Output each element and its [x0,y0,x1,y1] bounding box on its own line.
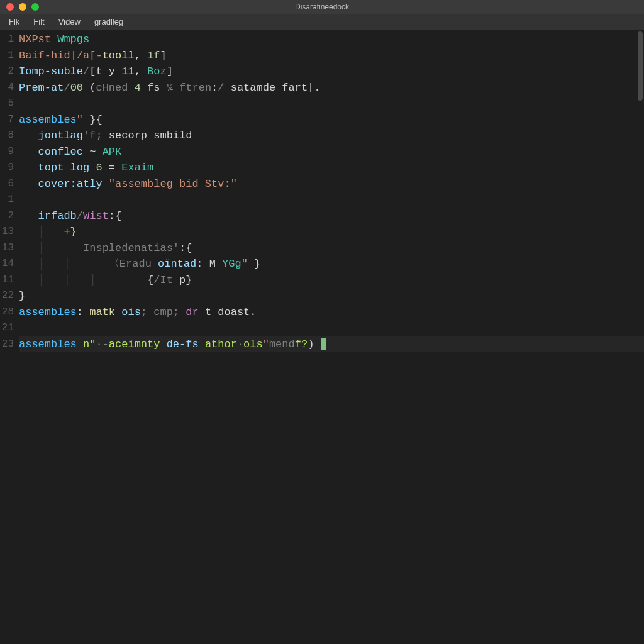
line-number[interactable]: 23 [0,336,14,353]
close-icon[interactable] [6,3,14,11]
code-line[interactable]: │ +} [19,224,644,240]
line-number[interactable]: 4 [0,80,14,96]
line-number[interactable]: 1 [0,48,14,64]
text-cursor [321,338,326,350]
code-line[interactable]: Prem-at/00 (cHned 4 fs ¼ ftren:/ satamde… [19,80,644,96]
menu-filt[interactable]: Filt [27,15,50,28]
code-line[interactable]: jontlag'f; secorp smbild [19,128,644,144]
line-number[interactable]: 2 [0,64,14,80]
scrollbar-track[interactable] [636,30,644,644]
line-number[interactable]: 9 [0,160,14,176]
maximize-icon[interactable] [31,3,39,11]
menu-gradleg[interactable]: gradlleg [88,15,130,28]
line-number[interactable]: 13 [0,240,14,257]
scrollbar-thumb[interactable] [638,31,643,101]
line-number[interactable]: 28 [0,304,14,321]
window-title: Disaratineedock [295,3,349,11]
line-number[interactable]: 13 [0,224,14,240]
line-number[interactable]: 6 [0,176,14,192]
code-line[interactable]: assembles" }{ [19,112,644,128]
line-number[interactable]: 21 [0,320,14,336]
line-number[interactable]: 1 [0,31,14,48]
line-number[interactable]: 2 [0,208,14,225]
editor-window: Disaratineedock Flk Filt Videw gradlleg … [0,0,644,644]
code-line[interactable] [19,192,644,208]
line-number[interactable]: 11 [0,272,14,289]
menu-flk[interactable]: Flk [3,15,26,28]
line-number[interactable]: 8 [0,128,14,144]
code-line[interactable]: │ │ 〈Eradu oïntad: M YGg" } [19,256,644,272]
code-line[interactable]: irfadb/Wist:{ [19,208,644,225]
code-line[interactable] [19,320,644,336]
code-line[interactable]: Baif-hid|/a[-tooll, 1f] [19,48,644,64]
line-number[interactable]: 7 [0,112,14,128]
code-line[interactable]: assembles: matk ois; cmp; dr t doast. [19,304,644,321]
code-line[interactable]: topt log 6 = Exaim [19,160,644,176]
line-number[interactable]: 5 [0,96,14,112]
code-line[interactable]: │ │ │ {/It p} [19,272,644,289]
traffic-lights [0,3,39,11]
code-line[interactable]: │ Inspledenatias':{ [19,240,644,257]
code-line[interactable]: Iomp-suble/[t y 11, Boz] [19,64,644,80]
code-viewport[interactable]: NXPst WmpgsBaif-hid|/a[-tooll, 1f]Iomp-s… [19,30,644,644]
line-number[interactable]: 14 [0,256,14,272]
titlebar[interactable]: Disaratineedock [0,0,644,14]
code-line[interactable]: NXPst Wmpgs [19,31,644,48]
code-line[interactable]: conflec ~ APK [19,144,644,160]
code-line[interactable] [19,96,644,112]
code-line[interactable]: } [19,288,644,304]
minimize-icon[interactable] [19,3,26,11]
menu-videw[interactable]: Videw [52,15,87,28]
line-number[interactable]: 22 [0,288,14,304]
code-line[interactable]: cover:atly "assembleg bid Stv:" [19,176,644,192]
line-number[interactable]: 1 [0,192,14,208]
code-line[interactable]: assembles n"·-aceimnty de-fs athor·ols"m… [19,336,644,353]
line-number-gutter[interactable]: 1124578996121313141122282123 [0,30,19,644]
line-number[interactable]: 9 [0,144,14,160]
editor-area[interactable]: 1124578996121313141122282123 NXPst Wmpgs… [0,30,644,644]
menubar: Flk Filt Videw gradlleg [0,14,644,30]
